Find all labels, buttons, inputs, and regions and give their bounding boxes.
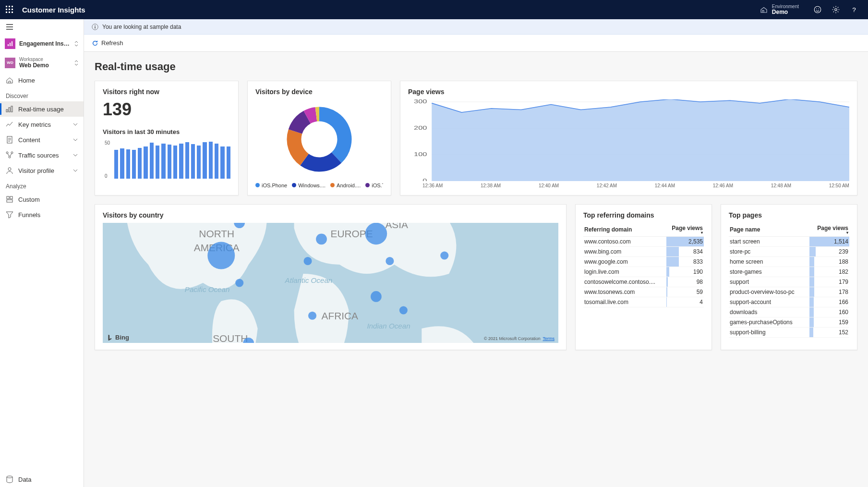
table-row[interactable]: support179 bbox=[729, 277, 849, 287]
nav-realtime-usage[interactable]: Real-time usage bbox=[0, 101, 84, 117]
nav-funnels[interactable]: Funnels bbox=[0, 207, 84, 222]
cell-value: 159 bbox=[809, 317, 849, 328]
nav-visitor-profile[interactable]: Visitor profile bbox=[0, 163, 84, 178]
table-row[interactable]: store-games182 bbox=[729, 267, 849, 277]
table-row[interactable]: login.live.com190 bbox=[583, 267, 704, 277]
table-row[interactable]: start screen1,514 bbox=[729, 237, 849, 247]
donut-slice bbox=[307, 114, 316, 117]
card-ref-title: Top referring domains bbox=[583, 211, 704, 219]
world-map[interactable]: NORTH AMERICA EUROPE ASIA AFRICA SOUTH A… bbox=[103, 223, 558, 343]
chevron-down-icon bbox=[73, 122, 78, 127]
gear-icon[interactable] bbox=[832, 5, 840, 14]
help-icon[interactable]: ? bbox=[850, 5, 858, 14]
nav-data[interactable]: Data bbox=[0, 472, 84, 487]
product-name: Engagement Insights (... bbox=[19, 40, 70, 47]
bar bbox=[173, 146, 177, 179]
legend-item: iOS.Phone bbox=[255, 183, 287, 188]
svg-text:NORTH: NORTH bbox=[199, 228, 234, 239]
table-row[interactable]: support-account166 bbox=[729, 297, 849, 307]
svg-text:Indian Ocean: Indian Ocean bbox=[367, 322, 410, 330]
col-views[interactable]: Page views▾ bbox=[809, 223, 849, 237]
nav-home[interactable]: Home bbox=[0, 73, 84, 88]
referring-table: Referring domain Page views▾ www.contoso… bbox=[583, 223, 704, 307]
bar bbox=[197, 146, 201, 179]
map-bubble[interactable] bbox=[371, 291, 382, 302]
table-row[interactable]: contosowelcome.contoso....98 bbox=[583, 277, 704, 287]
product-switcher[interactable]: Engagement Insights (... bbox=[0, 35, 84, 53]
map-bubble[interactable] bbox=[399, 306, 408, 314]
topbar: Customer Insights Environment Demo ? bbox=[0, 0, 868, 19]
env-value: Demo bbox=[772, 9, 799, 15]
cell-name: product-overview-toso-pc bbox=[729, 287, 809, 297]
col-page[interactable]: Page name bbox=[729, 223, 809, 237]
workspace-badge: WD bbox=[5, 58, 15, 68]
table-row[interactable]: games-purchaseOptions159 bbox=[729, 317, 849, 328]
cell-value: 179 bbox=[809, 277, 849, 287]
cell-name: www.tosonews.com bbox=[583, 287, 666, 297]
table-row[interactable]: home screen188 bbox=[729, 257, 849, 267]
card-top-pages: Top pages Page name Page views▾ start sc… bbox=[721, 204, 857, 350]
bar bbox=[132, 150, 136, 179]
y-tick: 0 bbox=[105, 173, 110, 179]
workspace-switcher[interactable]: WD Workspace Web Demo bbox=[0, 53, 84, 73]
cell-value: 98 bbox=[666, 277, 704, 287]
app-title: Customer Insights bbox=[22, 6, 85, 14]
legend-label: Windows.... bbox=[298, 183, 326, 188]
map-bubble[interactable] bbox=[308, 312, 316, 320]
visitors-now-value: 139 bbox=[103, 99, 230, 120]
table-row[interactable]: tosomail.live.com4 bbox=[583, 297, 704, 307]
table-row[interactable]: support-billing152 bbox=[729, 328, 849, 338]
cell-value: 190 bbox=[666, 267, 704, 277]
svg-text:Atlantic Ocean: Atlantic Ocean bbox=[285, 276, 333, 284]
cell-name: home screen bbox=[729, 257, 809, 267]
nav-key-metrics[interactable]: Key metrics bbox=[0, 117, 84, 132]
nav-visitor-label: Visitor profile bbox=[18, 167, 68, 174]
nav-traffic-label: Traffic sources bbox=[18, 152, 68, 159]
table-row[interactable]: www.bing.com834 bbox=[583, 247, 704, 257]
table-row[interactable]: downloads160 bbox=[729, 307, 849, 317]
table-row[interactable]: www.google.com833 bbox=[583, 257, 704, 267]
nav-content[interactable]: Content bbox=[0, 132, 84, 147]
card-now-title: Visitors right now bbox=[103, 88, 230, 96]
svg-rect-27 bbox=[7, 200, 12, 202]
table-row[interactable]: product-overview-toso-pc178 bbox=[729, 287, 849, 297]
bar bbox=[126, 149, 130, 179]
map-bubble[interactable] bbox=[440, 252, 448, 260]
map-bubble[interactable] bbox=[304, 257, 312, 265]
app-launcher-icon[interactable] bbox=[5, 5, 14, 14]
svg-point-9 bbox=[814, 6, 821, 13]
table-row[interactable]: store-pc239 bbox=[729, 247, 849, 257]
legend-swatch bbox=[365, 183, 370, 187]
nav-custom[interactable]: Custom bbox=[0, 192, 84, 207]
col-views[interactable]: Page views▾ bbox=[666, 223, 704, 237]
legend-swatch bbox=[330, 183, 335, 187]
map-bubble[interactable] bbox=[386, 257, 394, 265]
funnel-icon bbox=[6, 211, 13, 219]
donut-slice bbox=[304, 158, 337, 164]
nav-custom-label: Custom bbox=[18, 196, 78, 203]
hamburger-toggle[interactable] bbox=[0, 19, 84, 35]
refresh-button[interactable]: Refresh bbox=[92, 39, 123, 47]
map-terms-link[interactable]: Terms bbox=[543, 336, 555, 341]
map-bubble[interactable] bbox=[365, 223, 387, 244]
workspace-label: Workspace bbox=[19, 57, 70, 62]
bar bbox=[144, 146, 147, 179]
svg-text:AFRICA: AFRICA bbox=[322, 310, 359, 321]
cell-name: downloads bbox=[729, 307, 809, 317]
feedback-icon[interactable] bbox=[813, 5, 822, 14]
nav-traffic-sources[interactable]: Traffic sources bbox=[0, 147, 84, 163]
custom-icon bbox=[6, 195, 13, 203]
environment-switcher[interactable]: Environment Demo bbox=[760, 4, 799, 15]
product-tile-icon bbox=[5, 38, 15, 49]
map-bubble[interactable] bbox=[235, 279, 243, 287]
table-row[interactable]: www.contoso.com2,535 bbox=[583, 237, 704, 247]
map-bubble[interactable] bbox=[207, 242, 235, 269]
map-bubble[interactable] bbox=[316, 234, 327, 245]
cell-value: 178 bbox=[809, 287, 849, 297]
table-row[interactable]: www.tosonews.com59 bbox=[583, 287, 704, 297]
nav-key-metrics-label: Key metrics bbox=[18, 121, 68, 128]
col-domain[interactable]: Referring domain bbox=[583, 223, 666, 237]
card-visitors-by-country: Visitors by country NORTH AMERICA bbox=[95, 204, 567, 350]
info-bar: You are looking at sample data bbox=[84, 19, 868, 35]
database-icon bbox=[6, 475, 13, 483]
